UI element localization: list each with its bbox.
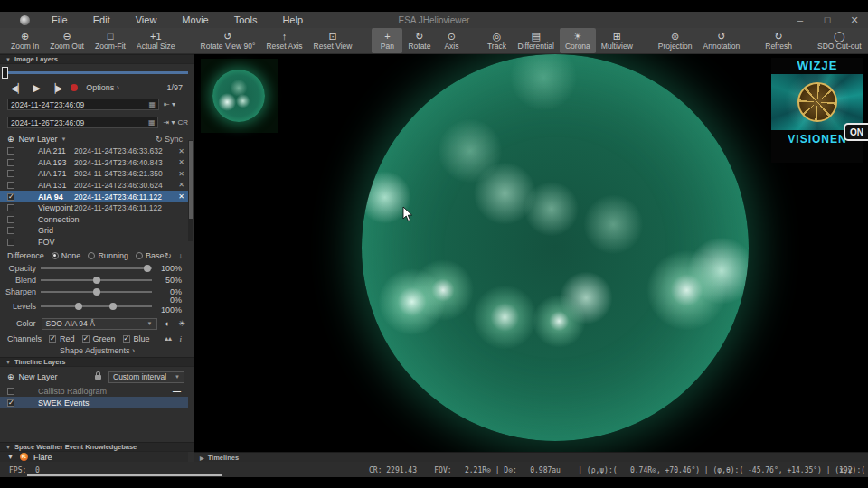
blue-channel-checkbox[interactable] [123, 335, 130, 343]
layer-checkbox[interactable] [7, 147, 14, 155]
menu-view[interactable]: View [123, 14, 170, 25]
skip-to-start-button[interactable]: ⇤ ▾ [164, 100, 175, 108]
sharpen-slider-handle[interactable] [93, 288, 100, 296]
blend-slider[interactable] [41, 279, 152, 281]
solar-viewport[interactable]: WIZJE VISIONEN ON [194, 54, 868, 452]
timelines-panel-bar[interactable]: ▶ Timelines [194, 452, 868, 462]
reset-axis-button[interactable]: ↑Reset Axis [260, 28, 307, 53]
levels-high-handle[interactable] [109, 303, 117, 310]
pan-button[interactable]: +Pan [372, 28, 402, 53]
layer-row-aia131[interactable]: AIA 131 2024-11-24T23:46:30.624 ✕ [0, 180, 188, 192]
timeline-new-layer-button[interactable]: New Layer [19, 372, 58, 381]
close-button[interactable]: ✕ [841, 14, 868, 26]
layer-checkbox[interactable] [7, 159, 14, 166]
interval-dropdown[interactable]: Custom interval ▼ [108, 371, 184, 383]
play-button[interactable]: ▶ [33, 82, 40, 94]
swek-header[interactable]: ▼ Space Weather Event Knowledgebase [0, 442, 194, 452]
green-channel-checkbox[interactable] [82, 335, 90, 343]
menu-help[interactable]: Help [269, 14, 316, 25]
layer-row-grid[interactable]: Grid [0, 225, 188, 237]
track-button[interactable]: ◎Track [481, 28, 512, 53]
layer-checkbox[interactable] [7, 227, 14, 234]
sidebar-scrollbar-thumb[interactable] [189, 141, 193, 219]
time-slider-handle[interactable] [2, 67, 8, 79]
layer-close-icon[interactable]: ✕ [178, 147, 184, 155]
new-layer-dropdown-icon[interactable]: ▼ [61, 136, 67, 142]
minimize-button[interactable]: – [787, 14, 814, 25]
layer-checkbox[interactable] [7, 239, 14, 246]
menu-file[interactable]: File [39, 14, 80, 25]
expand-caret-icon[interactable]: ▼ [7, 454, 14, 460]
maximize-button[interactable]: □ [814, 14, 841, 25]
actual-size-button[interactable]: +1Actual Size [131, 28, 181, 53]
opacity-slider-handle[interactable] [144, 265, 151, 272]
histogram-icon[interactable]: ▲▲ [164, 335, 171, 342]
step-back-button[interactable]: ◀▏ [11, 83, 24, 93]
timeline-row-callisto[interactable]: Callisto Radiogram — [0, 386, 188, 397]
sync-button[interactable]: ↻ Sync [156, 135, 183, 144]
menu-tools[interactable]: Tools [222, 14, 270, 25]
layer-close-icon[interactable]: ✕ [178, 181, 184, 189]
menu-movie[interactable]: Movie [169, 14, 221, 25]
multiview-button[interactable]: ⊞Multiview [596, 28, 638, 53]
swek-row-flare[interactable]: ▼ FL Flare [0, 452, 188, 462]
axis-button[interactable]: ⊙Axis [436, 28, 467, 53]
layer-checkbox[interactable] [7, 182, 14, 189]
difference-none-radio[interactable] [52, 252, 59, 259]
download-icon[interactable]: ↓ [179, 251, 184, 260]
layer-row-aia193[interactable]: AIA 193 2024-11-24T23:46:40.843 ✕ [0, 157, 188, 169]
brightness-icon[interactable]: ☀ [178, 319, 185, 328]
layer-row-aia171[interactable]: AIA 171 2024-11-24T23:46:21.350 ✕ [0, 168, 188, 180]
timeline-layers-header[interactable]: ▼ Timeline Layers [0, 357, 194, 367]
reset-difference-icon[interactable]: ↻ [165, 251, 172, 260]
time-slider[interactable] [0, 66, 188, 79]
color-table-dropdown[interactable]: SDO-AIA 94 Å ▼ [42, 318, 157, 330]
zoom-fit-button[interactable]: □Zoom-Fit [90, 28, 131, 53]
layer-row-viewpoint[interactable]: Viewpoint 2024-11-24T23:46:11.122 [0, 202, 188, 214]
rotate-view-90-button[interactable]: ↺Rotate View 90° [195, 28, 261, 53]
difference-base-radio[interactable] [136, 252, 143, 259]
red-channel-checkbox[interactable] [49, 335, 56, 343]
step-forward-button[interactable]: ▕▶ [49, 83, 62, 93]
sdo-cutout-button[interactable]: ◯SDO Cut-out [812, 28, 867, 53]
refresh-button[interactable]: ↻Refresh [760, 28, 797, 53]
layer-checkbox[interactable] [7, 204, 14, 211]
projection-button[interactable]: ⊛Projection [653, 28, 698, 53]
add-layer-icon[interactable]: ⊕ [7, 135, 14, 144]
layer-row-aia94-selected[interactable]: AIA 94 2024-11-24T23:46:11.122 ✕ [0, 191, 188, 202]
layer-row-connection[interactable]: Connection [0, 214, 188, 226]
options-button[interactable]: Options › [86, 83, 119, 92]
reset-view-button[interactable]: ⊡Reset View [308, 28, 358, 53]
end-date-input[interactable]: 2024-11-26T23:46:09 ▦ [7, 117, 158, 128]
calendar-icon[interactable]: ▦ [148, 100, 156, 108]
levels-low-handle[interactable] [75, 303, 82, 310]
levels-slider[interactable] [41, 305, 152, 307]
annotation-button[interactable]: ↺Annotation [698, 28, 746, 53]
timeline-checkbox[interactable] [7, 399, 14, 407]
add-timeline-layer-icon[interactable]: ⊕ [7, 372, 14, 381]
timeline-checkbox[interactable] [7, 388, 14, 395]
zoom-out-button[interactable]: ⊖Zoom Out [44, 28, 90, 53]
zoom-in-button[interactable]: ⊕Zoom In [5, 28, 44, 53]
on-badge[interactable]: ON [844, 123, 868, 141]
layer-checkbox[interactable] [7, 193, 14, 201]
layer-checkbox[interactable] [7, 170, 14, 177]
opacity-slider[interactable] [41, 267, 152, 269]
differential-button[interactable]: ▤Differential [512, 28, 559, 53]
layer-checkbox[interactable] [7, 216, 14, 223]
lock-icon[interactable] [95, 375, 101, 380]
sun-disk-aia94[interactable] [362, 54, 749, 441]
sharpen-slider[interactable] [41, 291, 152, 293]
layer-row-aia211[interactable]: AIA 211 2024-11-24T23:46:33.632 ✕ [0, 145, 188, 157]
shape-adjustments-button[interactable]: Shape Adjustments › [60, 346, 135, 355]
new-layer-button[interactable]: New Layer [19, 135, 58, 144]
info-icon[interactable]: i [179, 334, 182, 343]
invert-contrast-icon[interactable]: ◐ [165, 319, 170, 328]
image-layers-header[interactable]: ▼ Image Layers [0, 54, 194, 64]
blend-slider-handle[interactable] [93, 277, 100, 284]
timeline-row-swek-selected[interactable]: SWEK Events [0, 397, 188, 408]
corona-button[interactable]: ☀Corona [560, 28, 596, 53]
calendar-icon[interactable]: ▦ [148, 118, 156, 127]
layer-row-fov[interactable]: FOV [0, 237, 188, 249]
menu-edit[interactable]: Edit [80, 14, 123, 25]
